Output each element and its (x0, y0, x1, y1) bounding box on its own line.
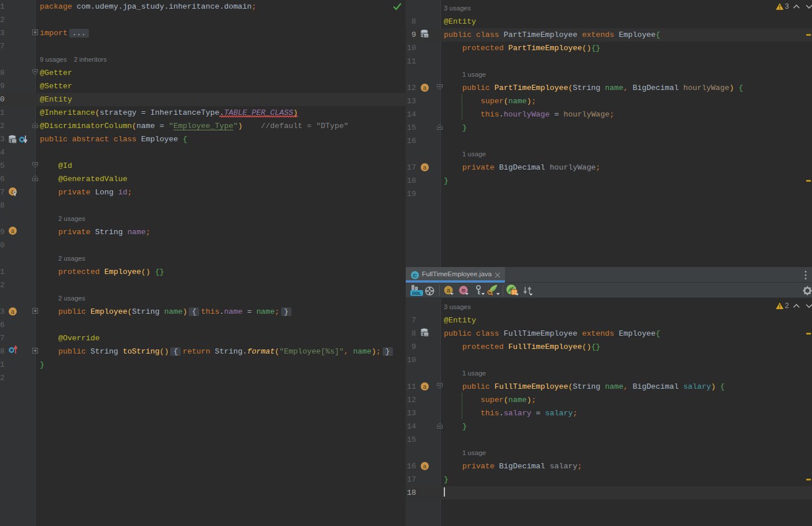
svg-text:a: a (423, 463, 426, 470)
svg-text:C: C (413, 272, 417, 279)
svg-text:a: a (11, 228, 14, 235)
svg-text:a: a (423, 85, 426, 92)
svg-text:DDL: DDL (412, 291, 421, 296)
svg-text:a: a (423, 384, 426, 390)
svg-text:a: a (423, 164, 426, 171)
svg-text:a: a (11, 309, 14, 315)
